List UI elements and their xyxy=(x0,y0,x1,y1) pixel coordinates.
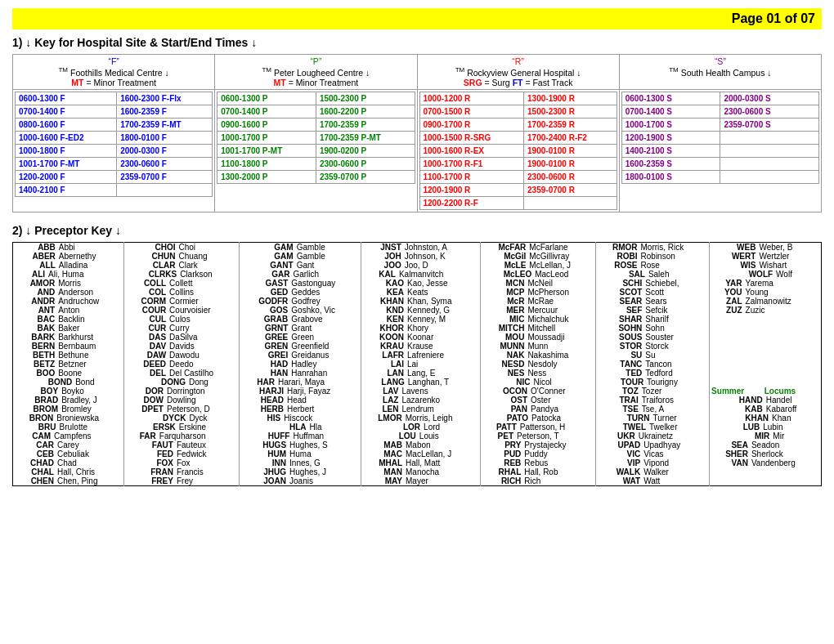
s-label: “S” xyxy=(715,56,726,66)
f-label: “F” xyxy=(108,56,119,66)
p-label: “P” xyxy=(310,56,321,66)
r-label: “R” xyxy=(512,56,524,66)
section1-title: 1) ↓ Key for Hospital Site & Start/End T… xyxy=(12,36,822,49)
hospital-key-table: “F” TM Foothills Medical Centre ↓ MT = M… xyxy=(12,54,822,212)
preceptor-key-table: ABBAbbi ABERAbernethy ALLAlladina CHOICh… xyxy=(12,242,822,486)
section2-title: 2) ↓ Preceptor Key ↓ xyxy=(12,224,822,237)
page-header: Page 01 of 07 xyxy=(12,8,822,29)
